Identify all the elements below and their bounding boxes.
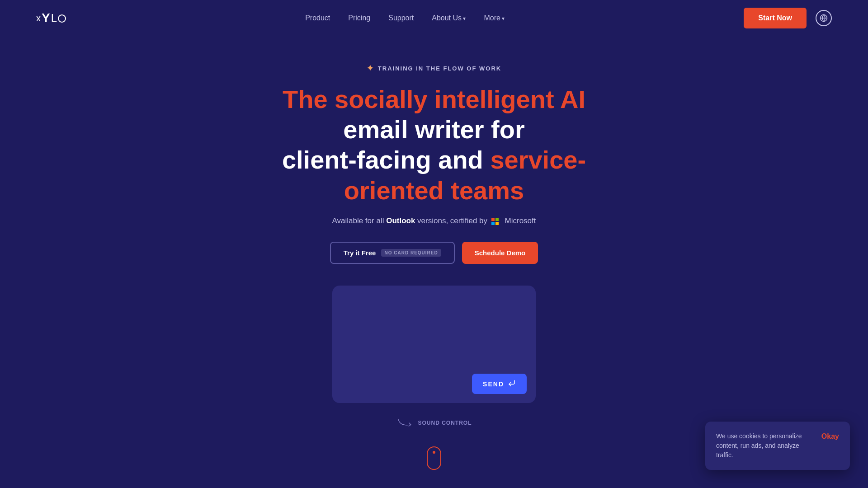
curved-arrow-icon bbox=[396, 418, 415, 428]
scroll-dot bbox=[433, 451, 435, 454]
nav-pricing[interactable]: Pricing bbox=[348, 14, 370, 22]
hero-title-orange1: The socially intelligent AI bbox=[283, 85, 585, 113]
nav-right: Start Now bbox=[744, 8, 832, 28]
microsoft-logo-icon bbox=[491, 218, 499, 225]
nav-more[interactable]: More bbox=[484, 14, 505, 22]
scroll-indicator[interactable] bbox=[427, 446, 441, 470]
schedule-demo-button[interactable]: Schedule Demo bbox=[462, 242, 538, 264]
hero-tag: ✦ TRAINING IN THE FLOW OF WORK bbox=[367, 63, 501, 73]
try-free-button[interactable]: Try it Free NO CARD REQUIRED bbox=[330, 242, 455, 264]
send-label: SEND bbox=[483, 380, 504, 388]
sound-control: SOUND CONTROL bbox=[396, 418, 472, 428]
email-card-wrapper: SEND bbox=[332, 286, 536, 403]
hero-section: ✦ TRAINING IN THE FLOW OF WORK The socia… bbox=[0, 36, 868, 488]
nav-product[interactable]: Product bbox=[305, 14, 330, 22]
hero-title: The socially intelligent AI email writer… bbox=[253, 84, 615, 206]
no-card-badge: NO CARD REQUIRED bbox=[381, 249, 441, 257]
try-free-label: Try it Free bbox=[344, 249, 376, 257]
email-card: SEND bbox=[332, 286, 536, 403]
start-now-button[interactable]: Start Now bbox=[744, 8, 807, 28]
hero-title-white1: email writer for bbox=[343, 115, 524, 144]
sparkle-icon: ✦ bbox=[367, 63, 374, 73]
navbar: x Y L Product Pricing Support About Us M… bbox=[0, 0, 868, 36]
cookie-banner: We use cookies to personalize content, r… bbox=[705, 422, 850, 470]
nav-links: Product Pricing Support About Us More bbox=[305, 14, 505, 22]
nav-about-us[interactable]: About Us bbox=[432, 14, 466, 22]
send-icon bbox=[508, 379, 516, 389]
cookie-okay-button[interactable]: Okay bbox=[821, 432, 839, 441]
nav-support[interactable]: Support bbox=[388, 14, 414, 22]
hero-subtitle: Available for all Outlook versions, cert… bbox=[332, 216, 536, 226]
sound-control-label: SOUND CONTROL bbox=[418, 420, 472, 426]
language-globe-icon[interactable] bbox=[816, 10, 832, 26]
send-button[interactable]: SEND bbox=[472, 374, 527, 394]
cookie-text: We use cookies to personalize content, r… bbox=[716, 432, 814, 460]
logo: x Y L bbox=[36, 11, 66, 25]
hero-buttons: Try it Free NO CARD REQUIRED Schedule De… bbox=[330, 242, 538, 264]
hero-title-white2: client-facing and bbox=[282, 145, 491, 174]
